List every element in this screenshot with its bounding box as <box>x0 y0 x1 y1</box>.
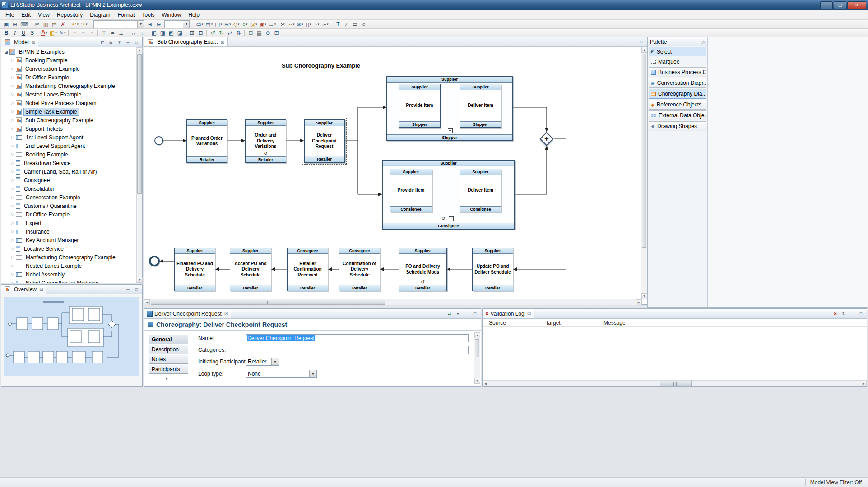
menu-item-diagram[interactable]: Diagram <box>86 10 114 19</box>
tree-item[interactable]: ▷Support Tickets <box>1 124 136 133</box>
validation-log-body[interactable] <box>483 327 867 380</box>
scroll-left-button[interactable]: ◀ <box>144 299 150 305</box>
maximize-panel-icon[interactable]: □ <box>472 310 478 317</box>
tree-item[interactable]: ▷Conversation Example <box>1 64 136 73</box>
dropdown-caret-icon[interactable]: ▾ <box>64 31 66 35</box>
choreography-task[interactable]: ConsigneeConfirmation of Delivery Schedu… <box>339 248 380 291</box>
underline-icon[interactable]: U <box>19 29 28 37</box>
gateway-tool-icon[interactable]: ◇▾ <box>232 20 241 28</box>
tree-collapsed-arrow-icon[interactable]: ▷ <box>9 272 15 276</box>
choreography-task[interactable]: SupplierPO and Delivery Schedule ModsRet… <box>399 248 447 291</box>
scroll-up-button[interactable]: ▲ <box>641 47 647 53</box>
choreography-task[interactable]: SupplierUpdate PO and Deliver ScheduleRe… <box>472 248 513 291</box>
maximize-button[interactable]: □ <box>834 1 846 9</box>
tree-item[interactable]: ▷Insurance <box>1 227 136 236</box>
menu-item-repository[interactable]: Repository <box>53 10 86 19</box>
tree-collapsed-arrow-icon[interactable]: ▷ <box>9 110 15 114</box>
model-tree-scrollbar[interactable]: ▲ ▼ <box>136 47 142 283</box>
pool-tool-icon[interactable]: ▭▾ <box>195 20 204 28</box>
diagram-scope-combo[interactable]: ▾ <box>93 20 144 28</box>
bring-to-front-icon[interactable]: ◧ <box>150 29 158 37</box>
dropdown-caret-icon[interactable]: ▾ <box>55 31 57 35</box>
tree-expanded-arrow-icon[interactable]: ◢ <box>3 50 9 54</box>
bring-forward-icon[interactable]: ◩ <box>167 29 175 37</box>
grid-icon[interactable]: ⊞ <box>246 29 255 37</box>
dropdown-caret-icon[interactable]: ▾ <box>318 23 320 26</box>
tree-collapsed-arrow-icon[interactable]: ▷ <box>9 187 15 191</box>
scroll-down-button[interactable]: ▼ <box>137 277 143 283</box>
tree-item[interactable]: ▷Manfacturing Choreography Example <box>1 82 136 90</box>
tree-item[interactable]: ▷Simple Task Example <box>1 107 136 116</box>
bold-icon[interactable]: B <box>2 29 10 37</box>
scrollbar-thumb[interactable] <box>642 54 646 248</box>
tree-item[interactable]: ▷Sub Choreography Example <box>1 116 136 124</box>
palette-group-business-process-objects[interactable]: Business Process O... <box>649 67 706 77</box>
tree-item[interactable]: ▷Booking Example <box>1 150 136 159</box>
align-left-icon[interactable]: ≡ <box>70 29 79 37</box>
tree-collapsed-arrow-icon[interactable]: ▷ <box>9 212 15 216</box>
tree-collapsed-arrow-icon[interactable]: ▷ <box>9 58 15 62</box>
zoom-out-icon[interactable]: ⊖ <box>154 20 162 28</box>
validation-panel-tab[interactable]: ✖ Validation Log ⊠ <box>483 309 534 318</box>
close-tab-icon[interactable]: ⊠ <box>39 287 43 292</box>
menu-item-window[interactable]: Window <box>158 10 185 19</box>
start-event-tool-icon[interactable]: ○▾ <box>241 20 249 28</box>
rotate-left-icon[interactable]: ↺ <box>209 29 217 37</box>
sequence-flow-tool-icon[interactable]: →▾ <box>268 20 277 28</box>
menu-item-format[interactable]: Format <box>114 10 139 19</box>
choreography-task[interactable]: SupplierDeliver ItemShipper <box>460 84 501 128</box>
align-bottom-icon[interactable]: ⊥ <box>117 29 125 37</box>
canvas-horizontal-scrollbar[interactable]: ◀ ▶ <box>144 299 642 305</box>
tree-item[interactable]: ▷Carrier (Land, Sea, Rail or Air) <box>1 167 136 176</box>
dropdown-arrow-icon[interactable]: ▾ <box>183 21 189 28</box>
tree-collapsed-arrow-icon[interactable]: ▷ <box>9 204 15 208</box>
dropdown-caret-icon[interactable]: ▾ <box>302 23 303 26</box>
tree-collapsed-arrow-icon[interactable]: ▷ <box>9 221 15 225</box>
copy-icon[interactable]: ▥ <box>42 20 50 28</box>
column-header-source[interactable]: Source <box>483 320 540 326</box>
dropdown-caret-icon[interactable]: ▾ <box>327 23 329 26</box>
maximize-panel-icon[interactable]: □ <box>858 310 864 317</box>
tree-item[interactable]: ▷1st Level Support Agent <box>1 133 136 142</box>
minimize-panel-icon[interactable]: ─ <box>629 39 636 46</box>
tree-collapsed-arrow-icon[interactable]: ▷ <box>9 238 15 242</box>
diagram-tab[interactable]: Sub Choreography Exa... ⊠ <box>144 37 228 46</box>
dropdown-caret-icon[interactable]: ▾ <box>77 23 79 26</box>
initiating-participant-select[interactable]: Retailer ▾ <box>246 358 279 366</box>
link-with-editor-icon[interactable]: ⇄ <box>99 39 106 46</box>
print-icon[interactable]: ⌨ <box>19 20 29 28</box>
choreography-task[interactable]: SupplierFinalized PO and Delivery Schedu… <box>174 248 215 291</box>
parallel-gateway[interactable]: + <box>539 132 554 146</box>
zoom-in-icon[interactable]: ⊕ <box>146 20 154 28</box>
tree-collapsed-arrow-icon[interactable]: ▷ <box>9 101 15 105</box>
dropdown-caret-icon[interactable]: ▾ <box>86 23 88 26</box>
tree-item[interactable]: ◢BPMN 2 Examples <box>1 47 136 56</box>
end-event[interactable] <box>149 256 160 266</box>
end-event-tool-icon[interactable]: ◉▾ <box>259 20 267 28</box>
data-object-tool-icon[interactable]: ▯▾ <box>305 20 313 28</box>
canvas-vertical-scrollbar[interactable]: ▲ ▼ <box>641 47 647 299</box>
scroll-up-button[interactable]: ▲ <box>137 47 143 53</box>
same-height-icon[interactable]: ↕ <box>138 29 146 37</box>
menu-item-view[interactable]: View <box>34 10 53 19</box>
dropdown-caret-icon[interactable]: ▾ <box>265 23 266 26</box>
collapse-all-icon[interactable]: ⊟ <box>107 39 114 46</box>
flip-vertical-icon[interactable]: ⇅ <box>234 29 242 37</box>
delete-icon[interactable]: ✗ <box>59 20 67 28</box>
tree-collapsed-arrow-icon[interactable]: ▷ <box>9 92 15 96</box>
tree-item[interactable]: ▷Breakdown Service <box>1 159 136 167</box>
tree-collapsed-arrow-icon[interactable]: ▷ <box>9 281 15 283</box>
tree-collapsed-arrow-icon[interactable]: ▷ <box>9 195 15 199</box>
minimize-panel-icon[interactable]: ─ <box>463 310 470 317</box>
tree-item[interactable]: ▷Consolidator <box>1 184 136 193</box>
tree-item[interactable]: ▷Consignee <box>1 176 136 184</box>
categories-input[interactable] <box>246 346 469 354</box>
loop-type-select[interactable]: None ▾ <box>246 370 317 378</box>
tree-item[interactable]: ▷Nobel Assembly <box>1 270 136 279</box>
clear-log-icon[interactable]: ✖ <box>832 310 839 317</box>
choreography-task[interactable]: SupplierDeliver ItemConsignee <box>460 169 501 212</box>
tree-item[interactable]: ▷Nobel Prize Process Diagram <box>1 99 136 107</box>
close-tab-icon[interactable]: ⊠ <box>221 40 224 45</box>
choreography-task[interactable]: SupplierDeliver Checkpoint RequestRetail… <box>304 119 345 163</box>
cut-icon[interactable]: ✂ <box>33 20 41 28</box>
